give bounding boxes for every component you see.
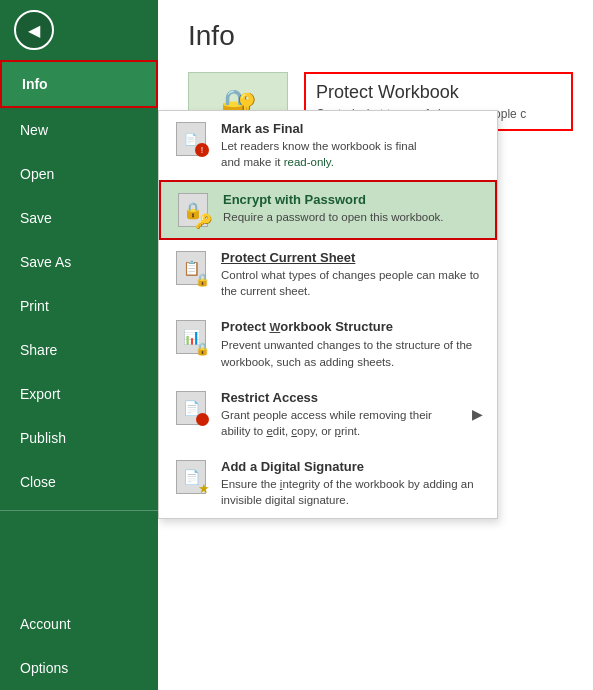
restrict-text: Restrict Access Grant people access whil… xyxy=(221,390,460,439)
protect-info-heading: Protect Workbook xyxy=(316,82,561,103)
protect-sheet-icon: 📋 🔒 xyxy=(173,250,209,286)
mark-final-icon: 📄 ! xyxy=(173,121,209,157)
dropdown-item-restrict[interactable]: 📄 Restrict Access Grant people access wh… xyxy=(159,380,497,449)
restrict-title: Restrict Access xyxy=(221,390,460,405)
sidebar-item-print[interactable]: Print xyxy=(0,284,158,328)
mark-final-description: Let readers know the workbook is finalan… xyxy=(221,140,417,168)
sidebar-item-share[interactable]: Share xyxy=(0,328,158,372)
digital-sig-title: Add a Digital Signature xyxy=(221,459,483,474)
encrypt-icon: 🔒 🔑 xyxy=(175,192,211,228)
sidebar-item-new[interactable]: New xyxy=(0,108,158,152)
sidebar-item-export[interactable]: Export xyxy=(0,372,158,416)
back-button[interactable]: ◀ xyxy=(14,10,54,50)
page-title: Info xyxy=(188,20,573,52)
dropdown-item-protect-sheet[interactable]: 📋 🔒 Protect Current Sheet Control what t… xyxy=(159,240,497,309)
protect-sheet-title: Protect Current Sheet xyxy=(221,250,483,265)
mark-final-text: Mark as Final Let readers know the workb… xyxy=(221,121,417,170)
protect-structure-title: Protect Workbook Structure xyxy=(221,319,483,335)
mark-final-title: Mark as Final xyxy=(221,121,417,136)
protect-structure-icon: 📊 🔒 xyxy=(173,319,209,355)
restrict-submenu-arrow: ▶ xyxy=(472,406,483,422)
main-content: Info 🔐 ProtectWorkbook ▾ Protect Workboo… xyxy=(158,0,593,690)
dropdown-item-mark-final[interactable]: 📄 ! Mark as Final Let readers know the w… xyxy=(159,111,497,180)
sidebar-item-publish[interactable]: Publish xyxy=(0,416,158,460)
digital-sig-description: Ensure the integrity of the workbook by … xyxy=(221,478,474,506)
sidebar-item-close[interactable]: Close xyxy=(0,460,158,504)
sidebar-item-info[interactable]: Info xyxy=(0,60,158,108)
protect-structure-description: Prevent unwanted changes to the structur… xyxy=(221,339,472,367)
sidebar-item-open[interactable]: Open xyxy=(0,152,158,196)
sidebar-item-options[interactable]: Options xyxy=(0,646,158,690)
encrypt-text: Encrypt with Password Require a password… xyxy=(223,192,444,225)
dropdown-item-protect-structure[interactable]: 📊 🔒 Protect Workbook Structure Prevent u… xyxy=(159,309,497,379)
sidebar: ◀ Info New Open Save Save As Print Share… xyxy=(0,0,158,690)
protect-dropdown-menu: 📄 ! Mark as Final Let readers know the w… xyxy=(158,110,498,519)
encrypt-description: Require a password to open this workbook… xyxy=(223,211,444,223)
restrict-icon: 📄 xyxy=(173,390,209,426)
sidebar-item-save-as[interactable]: Save As xyxy=(0,240,158,284)
dropdown-item-encrypt[interactable]: 🔒 🔑 Encrypt with Password Require a pass… xyxy=(159,180,497,240)
protect-sheet-description: Control what types of changes people can… xyxy=(221,269,479,297)
sidebar-item-save[interactable]: Save xyxy=(0,196,158,240)
encrypt-title: Encrypt with Password xyxy=(223,192,444,207)
protect-sheet-text: Protect Current Sheet Control what types… xyxy=(221,250,483,299)
protect-structure-text: Protect Workbook Structure Prevent unwan… xyxy=(221,319,483,369)
digital-sig-text: Add a Digital Signature Ensure the integ… xyxy=(221,459,483,508)
digital-sig-icon: 📄 ★ xyxy=(173,459,209,495)
dropdown-item-digital-sig[interactable]: 📄 ★ Add a Digital Signature Ensure the i… xyxy=(159,449,497,518)
sidebar-item-account[interactable]: Account xyxy=(0,602,158,646)
restrict-description: Grant people access while removing their… xyxy=(221,409,432,437)
